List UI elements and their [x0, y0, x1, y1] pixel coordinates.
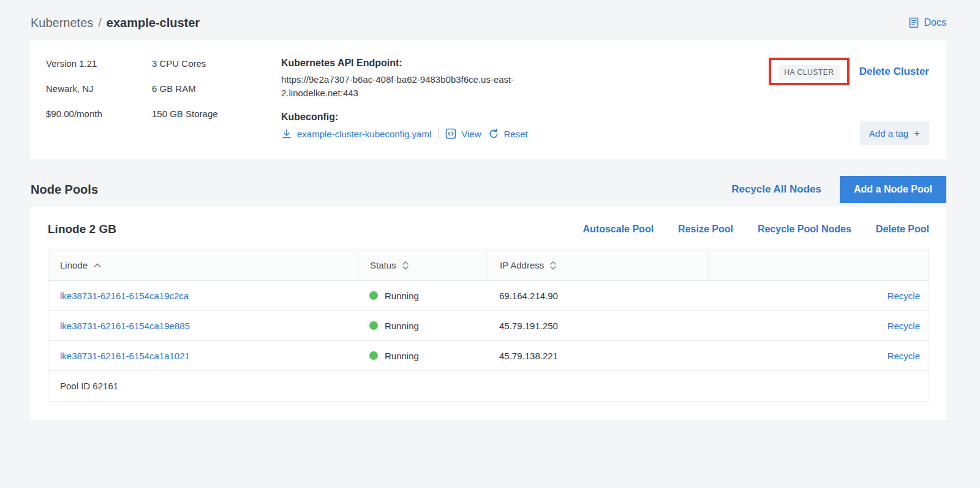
linode-cell: lke38731-62161-6154ca19c2ca: [48, 291, 358, 301]
recycle-node-button[interactable]: Recycle: [888, 321, 920, 331]
ha-delete-row: HA CLUSTER Delete Cluster: [769, 58, 929, 85]
spec-storage: 150 GB Storage: [152, 108, 281, 120]
spec-price: $90.00/month: [46, 108, 152, 120]
view-label: View: [461, 129, 481, 139]
download-icon: [281, 128, 292, 139]
reset-label: Reset: [504, 129, 528, 139]
status-cell: Running: [358, 291, 488, 301]
resize-pool-button[interactable]: Resize Pool: [678, 224, 733, 235]
ip-address-cell: 69.164.214.90: [488, 291, 708, 301]
nodes-table-header: Linode Status: [48, 250, 929, 281]
nodes-table: Linode Status: [48, 250, 929, 402]
column-header-linode[interactable]: Linode: [48, 250, 358, 280]
recycle-node-button[interactable]: Recycle: [888, 291, 920, 301]
row-actions-cell: Recycle: [708, 351, 929, 361]
api-endpoint-block: Kubernetes API Endpoint: https://9e2a730…: [281, 58, 575, 145]
add-tag-button[interactable]: Add a tag +: [860, 121, 929, 145]
specs-column-2: 3 CPU Cores 6 GB RAM 150 GB Storage: [152, 58, 281, 145]
linode-link[interactable]: lke38731-62161-6154ca19c2ca: [60, 291, 189, 301]
api-endpoint-url: https://9e2a7307-b6ac-408f-ba62-9483b0b3…: [281, 73, 556, 100]
docs-icon: [908, 17, 920, 29]
column-label-status: Status: [370, 260, 396, 270]
kubeconfig-actions-row: example-cluster-kubeconfig.yaml View: [281, 128, 575, 139]
add-node-pool-button[interactable]: Add a Node Pool: [840, 176, 946, 203]
linode-link[interactable]: lke38731-62161-6154ca1a1021: [60, 351, 190, 361]
status-label: Running: [385, 291, 419, 301]
sort-chevrons-icon: [549, 261, 557, 270]
recycle-all-nodes-button[interactable]: Recycle All Nodes: [731, 183, 821, 196]
cluster-summary-card: Version 1.21 Newark, NJ $90.00/month 3 C…: [31, 40, 946, 159]
kubeconfig-view-link[interactable]: View: [445, 128, 481, 139]
spec-version: Version 1.21: [46, 58, 152, 70]
kubeconfig-block: Kubeconfig: example-cluster-kubeconfig.y…: [281, 112, 575, 139]
kubeconfig-filename: example-cluster-kubeconfig.yaml: [297, 129, 431, 139]
column-header-status[interactable]: Status: [358, 250, 488, 280]
divider: [438, 128, 439, 139]
column-label-linode: Linode: [60, 260, 88, 270]
pool-id-footer: Pool ID 62161: [48, 371, 929, 401]
docs-link[interactable]: Docs: [908, 17, 946, 29]
header-row: Kubernetes / example-cluster Docs: [31, 11, 946, 34]
api-endpoint-label: Kubernetes API Endpoint:: [281, 58, 575, 69]
autoscale-pool-button[interactable]: Autoscale Pool: [583, 224, 654, 235]
cluster-specs: Version 1.21 Newark, NJ $90.00/month 3 C…: [46, 58, 281, 145]
pool-name: Linode 2 GB: [48, 223, 116, 236]
status-dot-icon: [369, 321, 378, 330]
status-dot-icon: [369, 351, 378, 360]
table-row: lke38731-62161-6154ca1a1021 Running 45.7…: [48, 341, 929, 371]
status-cell: Running: [358, 351, 488, 361]
node-pools-header-row: Node Pools Recycle All Nodes Add a Node …: [31, 176, 946, 203]
status-dot-icon: [369, 291, 378, 300]
ip-address-cell: 45.79.191.250: [488, 321, 708, 331]
breadcrumb-kubernetes-link[interactable]: Kubernetes: [31, 16, 93, 30]
code-brackets-icon: [445, 128, 456, 139]
linode-cell: lke38731-62161-6154ca19e885: [48, 321, 358, 331]
docs-label: Docs: [924, 17, 946, 28]
table-row: lke38731-62161-6154ca19c2ca Running 69.1…: [48, 281, 929, 311]
plus-icon: +: [914, 128, 920, 139]
column-header-ip-address[interactable]: IP Address: [488, 250, 708, 280]
kubeconfig-download-link[interactable]: example-cluster-kubeconfig.yaml: [281, 128, 431, 139]
delete-pool-button[interactable]: Delete Pool: [876, 224, 929, 235]
summary-right-column: HA CLUSTER Delete Cluster Add a tag +: [769, 58, 929, 145]
add-tag-label: Add a tag: [869, 128, 908, 139]
pool-actions: Autoscale Pool Resize Pool Recycle Pool …: [583, 224, 929, 235]
ha-cluster-badge: HA CLUSTER: [778, 65, 839, 80]
recycle-pool-nodes-button[interactable]: Recycle Pool Nodes: [758, 224, 851, 235]
spec-region: Newark, NJ: [46, 83, 152, 95]
chevron-up-icon: [93, 263, 102, 268]
status-cell: Running: [358, 321, 488, 331]
status-label: Running: [385, 321, 419, 331]
recycle-node-button[interactable]: Recycle: [888, 351, 920, 361]
column-label-ip-address: IP Address: [500, 260, 544, 270]
linode-cell: lke38731-62161-6154ca1a1021: [48, 351, 358, 361]
sort-chevrons-icon: [402, 261, 409, 270]
status-label: Running: [385, 351, 419, 361]
breadcrumb-separator: /: [98, 16, 102, 30]
table-row: lke38731-62161-6154ca19e885 Running 45.7…: [48, 311, 929, 341]
kubeconfig-reset-link[interactable]: Reset: [488, 128, 528, 139]
refresh-icon: [488, 128, 499, 139]
node-pools-title: Node Pools: [31, 183, 98, 197]
row-actions-cell: Recycle: [708, 321, 929, 331]
node-pool-card: Linode 2 GB Autoscale Pool Resize Pool R…: [31, 207, 946, 420]
row-actions-cell: Recycle: [708, 291, 929, 301]
pool-header-row: Linode 2 GB Autoscale Pool Resize Pool R…: [48, 223, 929, 236]
breadcrumb: Kubernetes / example-cluster: [31, 16, 200, 30]
page-title: example-cluster: [107, 16, 200, 30]
highlight-annotation-box: HA CLUSTER: [769, 58, 849, 85]
kubeconfig-label: Kubeconfig:: [281, 112, 575, 123]
spec-ram: 6 GB RAM: [152, 83, 281, 95]
spec-cpu: 3 CPU Cores: [152, 58, 281, 70]
node-pools-actions: Recycle All Nodes Add a Node Pool: [731, 176, 946, 203]
specs-column-1: Version 1.21 Newark, NJ $90.00/month: [46, 58, 152, 145]
ip-address-cell: 45.79.138.221: [488, 351, 708, 361]
column-header-actions: [708, 250, 929, 280]
delete-cluster-button[interactable]: Delete Cluster: [859, 66, 929, 78]
linode-link[interactable]: lke38731-62161-6154ca19e885: [60, 321, 190, 331]
kubernetes-cluster-page: Kubernetes / example-cluster Docs Versio…: [0, 0, 980, 420]
